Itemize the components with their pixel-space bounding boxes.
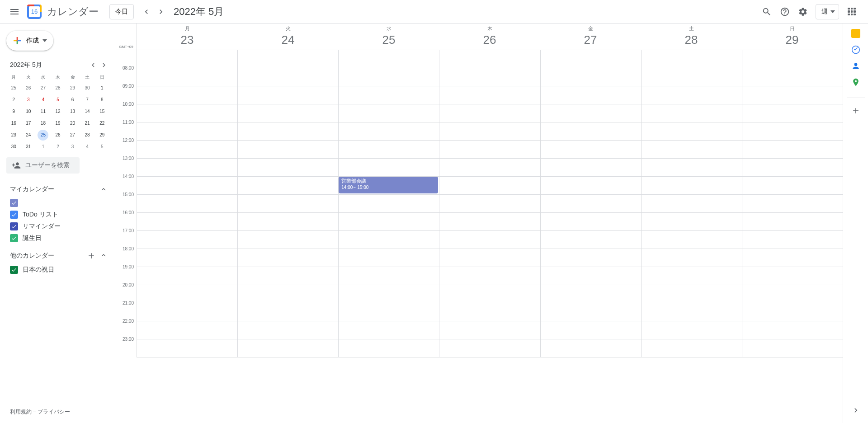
contacts-app-icon[interactable] [851,61,860,70]
hour-cell[interactable] [439,231,540,249]
hour-cell[interactable] [742,86,843,104]
hour-cell[interactable] [541,86,641,104]
calendar-logo[interactable]: 16 [25,3,43,21]
hour-cell[interactable] [339,122,439,141]
hour-cell[interactable] [137,321,237,339]
hour-cell[interactable] [238,141,338,159]
hour-cell[interactable] [541,339,641,357]
hour-cell[interactable] [137,141,237,159]
hour-cell[interactable] [642,159,742,177]
hour-cell[interactable] [642,285,742,303]
hour-cell[interactable] [137,303,237,321]
hour-cell[interactable] [742,267,843,285]
hour-cell[interactable] [642,249,742,267]
hour-cell[interactable] [742,50,843,68]
mini-cal-day[interactable]: 7 [82,94,93,105]
hour-cell[interactable] [137,177,237,195]
day-header[interactable]: 金27 [540,24,641,50]
hour-cell[interactable] [339,86,439,104]
view-selector[interactable]: 週 [816,4,839,19]
calendar-list-item[interactable]: 誕生日 [6,232,109,244]
hour-cell[interactable] [238,86,338,104]
prev-period-button[interactable] [139,5,154,19]
hour-cell[interactable] [439,195,540,213]
hour-cell[interactable] [238,177,338,195]
hour-cell[interactable] [541,321,641,339]
keep-app-icon[interactable] [851,29,860,38]
hour-cell[interactable] [439,141,540,159]
mini-cal-day[interactable]: 30 [8,141,19,152]
mini-cal-day[interactable]: 25 [38,130,48,141]
mini-cal-day[interactable]: 26 [23,83,34,94]
hour-cell[interactable] [742,104,843,122]
hour-cell[interactable] [137,86,237,104]
hour-cell[interactable] [439,339,540,357]
hour-cell[interactable] [642,231,742,249]
hour-cell[interactable] [742,195,843,213]
mini-cal-day[interactable]: 3 [67,141,78,152]
hour-cell[interactable] [238,122,338,141]
hour-cell[interactable] [238,231,338,249]
hour-cell[interactable] [742,249,843,267]
hour-cell[interactable] [339,104,439,122]
hour-cell[interactable] [339,213,439,231]
hour-cell[interactable] [238,303,338,321]
hour-cell[interactable] [339,285,439,303]
mini-cal-day[interactable]: 1 [97,83,108,94]
mini-cal-day[interactable]: 27 [38,83,48,94]
calendar-checkbox[interactable] [10,199,18,207]
hour-cell[interactable] [642,213,742,231]
hour-cell[interactable] [137,104,237,122]
calendar-list-item[interactable]: リマインダー [6,221,109,232]
hour-cell[interactable] [642,321,742,339]
hour-cell[interactable] [642,303,742,321]
mini-cal-day[interactable]: 9 [8,106,19,117]
hour-cell[interactable] [238,195,338,213]
hour-cell[interactable] [541,195,641,213]
next-period-button[interactable] [154,5,168,19]
hour-cell[interactable] [137,231,237,249]
hour-cell[interactable] [137,285,237,303]
add-calendar-icon[interactable] [87,251,96,260]
hour-cell[interactable] [339,321,439,339]
day-column[interactable] [439,50,540,357]
mini-cal-day[interactable]: 14 [82,106,93,117]
hour-cell[interactable] [439,303,540,321]
maps-app-icon[interactable] [851,78,860,87]
day-column[interactable] [137,50,238,357]
hour-cell[interactable] [642,267,742,285]
hour-cell[interactable] [339,231,439,249]
mini-cal-day[interactable]: 8 [97,94,108,105]
hour-cell[interactable] [339,50,439,68]
hour-cell[interactable] [742,141,843,159]
today-button[interactable]: 今日 [109,4,134,19]
hour-cell[interactable] [742,159,843,177]
hour-cell[interactable] [642,339,742,357]
mini-cal-day[interactable]: 15 [97,106,108,117]
hour-cell[interactable] [238,249,338,267]
my-calendars-toggle[interactable]: マイカレンダー [6,182,109,197]
hour-cell[interactable] [439,86,540,104]
search-users-input[interactable]: ユーザーを検索 [6,157,80,174]
hour-cell[interactable] [137,213,237,231]
other-calendars-toggle[interactable]: 他のカレンダー [6,248,109,264]
hour-cell[interactable] [339,195,439,213]
mini-cal-day[interactable]: 4 [82,141,93,152]
mini-cal-day[interactable]: 6 [67,94,78,105]
calendar-checkbox[interactable] [10,266,18,274]
day-column[interactable] [238,50,339,357]
hour-cell[interactable] [541,50,641,68]
mini-cal-day[interactable]: 10 [23,106,34,117]
hour-cell[interactable] [339,303,439,321]
add-addon-button[interactable] [847,98,865,116]
mini-cal-day[interactable]: 23 [8,130,19,141]
hour-cell[interactable] [541,249,641,267]
search-button[interactable] [758,3,776,21]
create-button[interactable]: 作成 [6,31,53,51]
mini-cal-day[interactable]: 28 [82,130,93,141]
hour-cell[interactable] [339,141,439,159]
hour-cell[interactable] [541,159,641,177]
hour-cell[interactable] [439,104,540,122]
hour-cell[interactable] [137,50,237,68]
hour-cell[interactable] [742,177,843,195]
